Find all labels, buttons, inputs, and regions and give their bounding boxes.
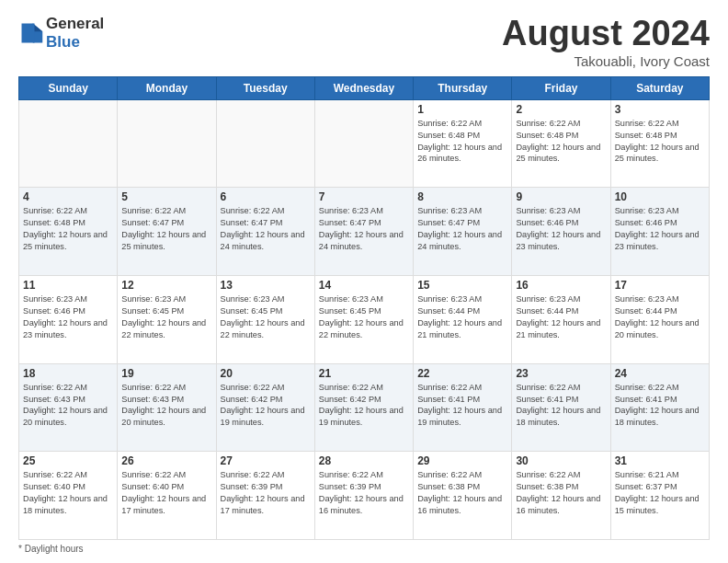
day-number: 3 [615,103,705,116]
day-info: Sunrise: 6:22 AM Sunset: 6:40 PM Dayligh… [121,469,211,517]
table-row: 27Sunrise: 6:22 AM Sunset: 6:39 PM Dayli… [216,452,314,540]
calendar-header-row: Sunday Monday Tuesday Wednesday Thursday… [19,76,710,99]
table-row: 23Sunrise: 6:22 AM Sunset: 6:41 PM Dayli… [512,363,610,452]
table-row [314,99,413,188]
table-row [216,99,314,188]
table-row: 9Sunrise: 6:23 AM Sunset: 6:46 PM Daylig… [512,188,610,276]
day-info: Sunrise: 6:23 AM Sunset: 6:45 PM Dayligh… [121,293,211,341]
day-info: Sunrise: 6:22 AM Sunset: 6:48 PM Dayligh… [615,118,705,166]
day-info: Sunrise: 6:22 AM Sunset: 6:40 PM Dayligh… [23,469,113,517]
day-info: Sunrise: 6:23 AM Sunset: 6:44 PM Dayligh… [417,293,507,341]
page: General Blue August 2024 Takouabli, Ivor… [0,0,728,563]
day-info: Sunrise: 6:22 AM Sunset: 6:42 PM Dayligh… [319,382,409,430]
day-info: Sunrise: 6:22 AM Sunset: 6:42 PM Dayligh… [221,382,311,430]
table-row: 10Sunrise: 6:23 AM Sunset: 6:46 PM Dayli… [610,188,709,276]
day-number: 9 [516,190,606,203]
day-number: 18 [23,367,113,380]
day-number: 28 [319,454,409,467]
day-info: Sunrise: 6:22 AM Sunset: 6:38 PM Dayligh… [516,469,606,517]
table-row: 15Sunrise: 6:23 AM Sunset: 6:44 PM Dayli… [414,276,512,364]
svg-rect-2 [22,23,35,42]
day-info: Sunrise: 6:23 AM Sunset: 6:45 PM Dayligh… [221,293,311,341]
table-row: 3Sunrise: 6:22 AM Sunset: 6:48 PM Daylig… [610,99,709,188]
table-row: 11Sunrise: 6:23 AM Sunset: 6:46 PM Dayli… [19,276,118,364]
table-row: 20Sunrise: 6:22 AM Sunset: 6:42 PM Dayli… [216,363,314,452]
day-info: Sunrise: 6:22 AM Sunset: 6:47 PM Dayligh… [221,205,311,253]
day-number: 21 [319,367,409,380]
logo-text: General Blue [46,15,104,51]
table-row: 25Sunrise: 6:22 AM Sunset: 6:40 PM Dayli… [19,452,118,540]
table-row: 31Sunrise: 6:21 AM Sunset: 6:37 PM Dayli… [610,452,709,540]
day-info: Sunrise: 6:22 AM Sunset: 6:38 PM Dayligh… [417,469,507,517]
col-tuesday: Tuesday [216,76,314,99]
table-row: 24Sunrise: 6:22 AM Sunset: 6:41 PM Dayli… [610,363,709,452]
table-row [118,99,216,188]
table-row: 19Sunrise: 6:22 AM Sunset: 6:43 PM Dayli… [118,363,216,452]
day-info: Sunrise: 6:23 AM Sunset: 6:46 PM Dayligh… [23,293,113,341]
col-monday: Monday [118,76,216,99]
table-row: 16Sunrise: 6:23 AM Sunset: 6:44 PM Dayli… [512,276,610,364]
day-info: Sunrise: 6:23 AM Sunset: 6:46 PM Dayligh… [516,205,606,253]
day-number: 19 [121,367,211,380]
day-number: 23 [516,367,606,380]
table-row: 30Sunrise: 6:22 AM Sunset: 6:38 PM Dayli… [512,452,610,540]
logo-blue: Blue [46,33,80,51]
day-number: 1 [417,103,507,116]
day-number: 4 [23,190,113,203]
table-row: 7Sunrise: 6:23 AM Sunset: 6:47 PM Daylig… [314,188,413,276]
logo: General Blue [18,15,104,51]
table-row: 22Sunrise: 6:22 AM Sunset: 6:41 PM Dayli… [414,363,512,452]
day-number: 20 [221,367,311,380]
table-row: 5Sunrise: 6:22 AM Sunset: 6:47 PM Daylig… [118,188,216,276]
day-info: Sunrise: 6:21 AM Sunset: 6:37 PM Dayligh… [615,469,705,517]
day-number: 11 [23,279,113,292]
calendar-week-row: 1Sunrise: 6:22 AM Sunset: 6:48 PM Daylig… [19,99,710,188]
day-number: 5 [121,190,211,203]
day-number: 8 [417,190,507,203]
table-row: 13Sunrise: 6:23 AM Sunset: 6:45 PM Dayli… [216,276,314,364]
calendar-week-row: 4Sunrise: 6:22 AM Sunset: 6:48 PM Daylig… [19,188,710,276]
day-info: Sunrise: 6:23 AM Sunset: 6:47 PM Dayligh… [319,205,409,253]
calendar-week-row: 11Sunrise: 6:23 AM Sunset: 6:46 PM Dayli… [19,276,710,364]
day-number: 31 [615,454,705,467]
table-row: 21Sunrise: 6:22 AM Sunset: 6:42 PM Dayli… [314,363,413,452]
table-row: 4Sunrise: 6:22 AM Sunset: 6:48 PM Daylig… [19,188,118,276]
table-row: 1Sunrise: 6:22 AM Sunset: 6:48 PM Daylig… [414,99,512,188]
day-number: 14 [319,279,409,292]
day-number: 16 [516,279,606,292]
day-info: Sunrise: 6:22 AM Sunset: 6:43 PM Dayligh… [121,382,211,430]
calendar-week-row: 18Sunrise: 6:22 AM Sunset: 6:43 PM Dayli… [19,363,710,452]
day-info: Sunrise: 6:23 AM Sunset: 6:47 PM Dayligh… [417,205,507,253]
table-row: 26Sunrise: 6:22 AM Sunset: 6:40 PM Dayli… [118,452,216,540]
day-number: 10 [615,190,705,203]
logo-general: General [46,15,104,32]
day-number: 24 [615,367,705,380]
day-number: 15 [417,279,507,292]
day-info: Sunrise: 6:23 AM Sunset: 6:45 PM Dayligh… [319,293,409,341]
day-number: 30 [516,454,606,467]
table-row: 8Sunrise: 6:23 AM Sunset: 6:47 PM Daylig… [414,188,512,276]
day-info: Sunrise: 6:22 AM Sunset: 6:41 PM Dayligh… [615,382,705,430]
day-number: 7 [319,190,409,203]
day-info: Sunrise: 6:22 AM Sunset: 6:48 PM Dayligh… [516,118,606,166]
day-number: 13 [221,279,311,292]
day-number: 12 [121,279,211,292]
day-info: Sunrise: 6:23 AM Sunset: 6:46 PM Dayligh… [615,205,705,253]
table-row: 12Sunrise: 6:23 AM Sunset: 6:45 PM Dayli… [118,276,216,364]
day-info: Sunrise: 6:22 AM Sunset: 6:41 PM Dayligh… [516,382,606,430]
table-row: 18Sunrise: 6:22 AM Sunset: 6:43 PM Dayli… [19,363,118,452]
col-saturday: Saturday [610,76,709,99]
day-number: 17 [615,279,705,292]
day-info: Sunrise: 6:23 AM Sunset: 6:44 PM Dayligh… [516,293,606,341]
day-number: 2 [516,103,606,116]
day-info: Sunrise: 6:22 AM Sunset: 6:39 PM Dayligh… [319,469,409,517]
table-row: 28Sunrise: 6:22 AM Sunset: 6:39 PM Dayli… [314,452,413,540]
table-row: 29Sunrise: 6:22 AM Sunset: 6:38 PM Dayli… [414,452,512,540]
day-info: Sunrise: 6:22 AM Sunset: 6:43 PM Dayligh… [23,382,113,430]
col-friday: Friday [512,76,610,99]
day-info: Sunrise: 6:22 AM Sunset: 6:47 PM Dayligh… [121,205,211,253]
day-number: 22 [417,367,507,380]
logo-icon [18,20,44,46]
col-wednesday: Wednesday [314,76,413,99]
day-number: 25 [23,454,113,467]
